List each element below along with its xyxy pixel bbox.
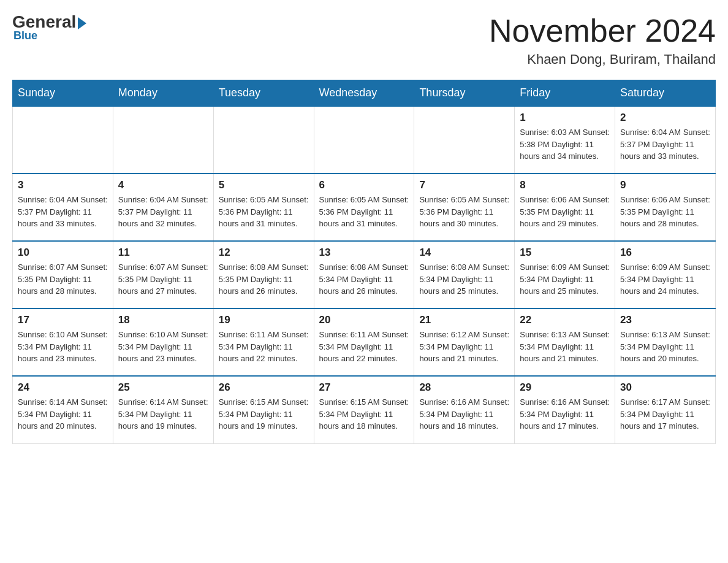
day-number: 28 xyxy=(419,381,509,394)
day-number: 24 xyxy=(18,381,108,394)
header-sunday: Sunday xyxy=(13,80,113,107)
calendar-cell: 19Sunrise: 6:11 AM Sunset: 5:34 PM Dayli… xyxy=(213,308,314,376)
calendar-cell: 15Sunrise: 6:09 AM Sunset: 5:34 PM Dayli… xyxy=(515,241,615,308)
day-info: Sunrise: 6:13 AM Sunset: 5:34 PM Dayligh… xyxy=(520,329,610,365)
day-info: Sunrise: 6:04 AM Sunset: 5:37 PM Dayligh… xyxy=(118,194,208,230)
day-number: 8 xyxy=(520,179,610,191)
calendar-cell xyxy=(314,106,414,174)
day-number: 15 xyxy=(520,247,610,259)
day-info: Sunrise: 6:10 AM Sunset: 5:34 PM Dayligh… xyxy=(18,329,108,365)
day-number: 16 xyxy=(620,247,710,259)
calendar-cell: 24Sunrise: 6:14 AM Sunset: 5:34 PM Dayli… xyxy=(13,376,113,443)
day-number: 26 xyxy=(219,381,309,394)
day-number: 27 xyxy=(319,381,409,394)
calendar-week-5: 24Sunrise: 6:14 AM Sunset: 5:34 PM Dayli… xyxy=(13,376,716,443)
logo-arrow-icon xyxy=(78,17,86,29)
header-monday: Monday xyxy=(113,80,213,107)
month-title: November 2024 xyxy=(489,12,716,49)
day-info: Sunrise: 6:08 AM Sunset: 5:34 PM Dayligh… xyxy=(419,261,509,297)
day-info: Sunrise: 6:06 AM Sunset: 5:35 PM Dayligh… xyxy=(520,194,610,230)
day-number: 17 xyxy=(18,314,108,326)
calendar-cell: 27Sunrise: 6:15 AM Sunset: 5:34 PM Dayli… xyxy=(314,376,414,443)
day-info: Sunrise: 6:07 AM Sunset: 5:35 PM Dayligh… xyxy=(18,261,108,297)
day-info: Sunrise: 6:14 AM Sunset: 5:34 PM Dayligh… xyxy=(18,396,108,432)
logo: General Blue xyxy=(12,12,86,42)
day-info: Sunrise: 6:06 AM Sunset: 5:35 PM Dayligh… xyxy=(620,194,710,230)
logo-blue-text: Blue xyxy=(13,29,37,42)
day-number: 1 xyxy=(520,112,610,124)
calendar-cell: 26Sunrise: 6:15 AM Sunset: 5:34 PM Dayli… xyxy=(213,376,314,443)
calendar-cell: 6Sunrise: 6:05 AM Sunset: 5:36 PM Daylig… xyxy=(314,174,414,241)
calendar-header: Sunday Monday Tuesday Wednesday Thursday… xyxy=(13,80,716,107)
day-number: 13 xyxy=(319,247,409,259)
page-header: General Blue November 2024 Khaen Dong, B… xyxy=(12,12,716,67)
calendar-cell: 4Sunrise: 6:04 AM Sunset: 5:37 PM Daylig… xyxy=(113,174,213,241)
day-number: 9 xyxy=(620,179,710,191)
calendar-cell: 13Sunrise: 6:08 AM Sunset: 5:34 PM Dayli… xyxy=(314,241,414,308)
calendar-cell: 11Sunrise: 6:07 AM Sunset: 5:35 PM Dayli… xyxy=(113,241,213,308)
day-info: Sunrise: 6:17 AM Sunset: 5:34 PM Dayligh… xyxy=(620,396,710,432)
day-info: Sunrise: 6:11 AM Sunset: 5:34 PM Dayligh… xyxy=(219,329,309,365)
day-number: 14 xyxy=(419,247,509,259)
calendar-cell: 12Sunrise: 6:08 AM Sunset: 5:35 PM Dayli… xyxy=(213,241,314,308)
calendar-cell: 29Sunrise: 6:16 AM Sunset: 5:34 PM Dayli… xyxy=(515,376,615,443)
day-number: 21 xyxy=(419,314,509,326)
calendar-cell: 21Sunrise: 6:12 AM Sunset: 5:34 PM Dayli… xyxy=(414,308,515,376)
day-number: 4 xyxy=(118,179,208,191)
calendar-cell: 23Sunrise: 6:13 AM Sunset: 5:34 PM Dayli… xyxy=(615,308,716,376)
calendar-cell: 2Sunrise: 6:04 AM Sunset: 5:37 PM Daylig… xyxy=(615,106,716,174)
header-wednesday: Wednesday xyxy=(314,80,414,107)
calendar-cell: 8Sunrise: 6:06 AM Sunset: 5:35 PM Daylig… xyxy=(515,174,615,241)
day-info: Sunrise: 6:14 AM Sunset: 5:34 PM Dayligh… xyxy=(118,396,208,432)
calendar-cell: 30Sunrise: 6:17 AM Sunset: 5:34 PM Dayli… xyxy=(615,376,716,443)
calendar-cell: 17Sunrise: 6:10 AM Sunset: 5:34 PM Dayli… xyxy=(13,308,113,376)
header-friday: Friday xyxy=(515,80,615,107)
day-number: 7 xyxy=(419,179,509,191)
day-header-row: Sunday Monday Tuesday Wednesday Thursday… xyxy=(13,80,716,107)
day-number: 2 xyxy=(620,112,710,124)
day-info: Sunrise: 6:15 AM Sunset: 5:34 PM Dayligh… xyxy=(319,396,409,432)
day-info: Sunrise: 6:04 AM Sunset: 5:37 PM Dayligh… xyxy=(18,194,108,230)
calendar-cell: 22Sunrise: 6:13 AM Sunset: 5:34 PM Dayli… xyxy=(515,308,615,376)
header-saturday: Saturday xyxy=(615,80,716,107)
title-section: November 2024 Khaen Dong, Buriram, Thail… xyxy=(489,12,716,67)
calendar-cell: 5Sunrise: 6:05 AM Sunset: 5:36 PM Daylig… xyxy=(213,174,314,241)
day-number: 20 xyxy=(319,314,409,326)
calendar-cell: 1Sunrise: 6:03 AM Sunset: 5:38 PM Daylig… xyxy=(515,106,615,174)
header-thursday: Thursday xyxy=(414,80,515,107)
calendar-week-4: 17Sunrise: 6:10 AM Sunset: 5:34 PM Dayli… xyxy=(13,308,716,376)
day-number: 10 xyxy=(18,247,108,259)
calendar-cell: 18Sunrise: 6:10 AM Sunset: 5:34 PM Dayli… xyxy=(113,308,213,376)
calendar-cell: 20Sunrise: 6:11 AM Sunset: 5:34 PM Dayli… xyxy=(314,308,414,376)
calendar-week-1: 1Sunrise: 6:03 AM Sunset: 5:38 PM Daylig… xyxy=(13,106,716,174)
day-info: Sunrise: 6:09 AM Sunset: 5:34 PM Dayligh… xyxy=(520,261,610,297)
day-number: 11 xyxy=(118,247,208,259)
day-info: Sunrise: 6:05 AM Sunset: 5:36 PM Dayligh… xyxy=(319,194,409,230)
day-info: Sunrise: 6:10 AM Sunset: 5:34 PM Dayligh… xyxy=(118,329,208,365)
day-info: Sunrise: 6:08 AM Sunset: 5:34 PM Dayligh… xyxy=(319,261,409,297)
day-number: 30 xyxy=(620,381,710,394)
calendar-cell: 10Sunrise: 6:07 AM Sunset: 5:35 PM Dayli… xyxy=(13,241,113,308)
day-info: Sunrise: 6:05 AM Sunset: 5:36 PM Dayligh… xyxy=(419,194,509,230)
calendar-cell: 28Sunrise: 6:16 AM Sunset: 5:34 PM Dayli… xyxy=(414,376,515,443)
calendar-cell xyxy=(13,106,113,174)
calendar-body: 1Sunrise: 6:03 AM Sunset: 5:38 PM Daylig… xyxy=(13,106,716,443)
day-info: Sunrise: 6:08 AM Sunset: 5:35 PM Dayligh… xyxy=(219,261,309,297)
calendar-cell: 14Sunrise: 6:08 AM Sunset: 5:34 PM Dayli… xyxy=(414,241,515,308)
calendar-cell: 16Sunrise: 6:09 AM Sunset: 5:34 PM Dayli… xyxy=(615,241,716,308)
day-info: Sunrise: 6:13 AM Sunset: 5:34 PM Dayligh… xyxy=(620,329,710,365)
calendar-cell xyxy=(113,106,213,174)
day-info: Sunrise: 6:04 AM Sunset: 5:37 PM Dayligh… xyxy=(620,126,710,163)
day-number: 12 xyxy=(219,247,309,259)
calendar-cell: 9Sunrise: 6:06 AM Sunset: 5:35 PM Daylig… xyxy=(615,174,716,241)
day-number: 25 xyxy=(118,381,208,394)
day-number: 29 xyxy=(520,381,610,394)
day-info: Sunrise: 6:16 AM Sunset: 5:34 PM Dayligh… xyxy=(419,396,509,432)
day-info: Sunrise: 6:11 AM Sunset: 5:34 PM Dayligh… xyxy=(319,329,409,365)
calendar-cell: 25Sunrise: 6:14 AM Sunset: 5:34 PM Dayli… xyxy=(113,376,213,443)
header-tuesday: Tuesday xyxy=(213,80,314,107)
calendar-cell xyxy=(213,106,314,174)
day-number: 18 xyxy=(118,314,208,326)
day-number: 19 xyxy=(219,314,309,326)
calendar-cell: 7Sunrise: 6:05 AM Sunset: 5:36 PM Daylig… xyxy=(414,174,515,241)
